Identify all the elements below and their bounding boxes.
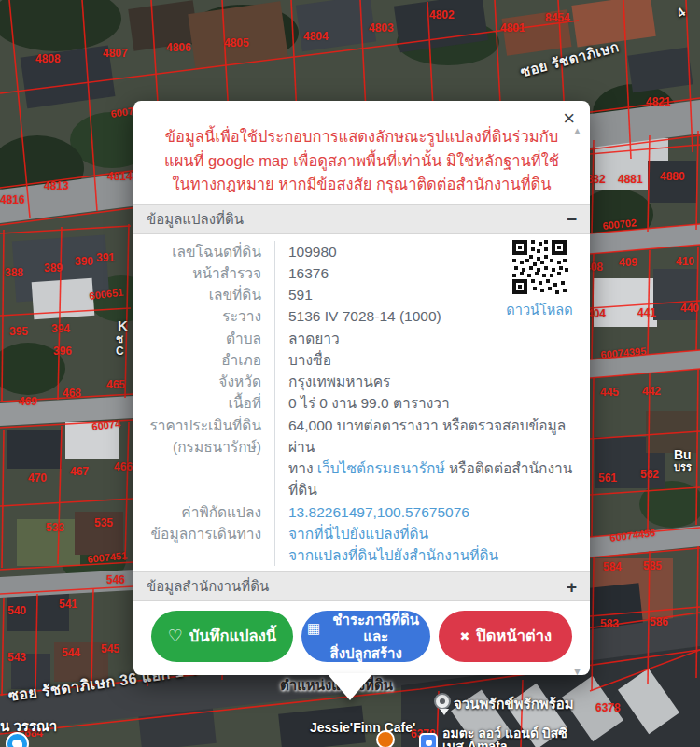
field-label: ราคาประเมินที่ดิน (กรมธนารักษ์) bbox=[133, 415, 275, 501]
value-text: กรุงเทพมหานคร bbox=[288, 374, 390, 389]
section-title: ข้อมูลแปลงที่ดิน bbox=[147, 208, 244, 231]
qr-block: ดาวน์โหลด bbox=[506, 238, 573, 320]
table-row: ราคาประเมินที่ดิน (กรมธนารักษ์)64,000 บา… bbox=[133, 415, 590, 501]
popup-actions: ♡บันทึกแปลงนี้ ▦ชำระภาษีที่ดินและ สิ่งปล… bbox=[133, 601, 590, 668]
field-label: อำเภอ bbox=[133, 349, 275, 371]
close-x-icon: ✖ bbox=[459, 629, 469, 644]
bird-icon bbox=[12, 740, 22, 747]
field-value: 13.82261497,100.57675076 bbox=[275, 501, 590, 523]
value-link[interactable]: จากแปลงที่ดินไปยังสำนักงานที่ดิน bbox=[288, 547, 498, 563]
field-label: เลขที่ดิน bbox=[133, 284, 275, 305]
field-label: หน้าสำรวจ bbox=[133, 262, 275, 284]
parcel-info-popup: × ▲ ▼ ข้อมูลนี้เพื่อใช้ประกอบการแสดงลักษ… bbox=[133, 101, 590, 675]
table-row: เนื้อที่0 ไร่ 0 งาน 99.0 ตารางวา bbox=[133, 392, 590, 414]
section-parcel-info-header[interactable]: ข้อมูลแปลงที่ดิน − bbox=[133, 204, 590, 234]
field-value: ลาดยาว bbox=[275, 328, 590, 349]
table-row: อำเภอบางซื่อ bbox=[133, 349, 590, 371]
value-link[interactable]: 13.82261497,100.57675076 bbox=[288, 504, 469, 520]
field-label: เลขโฉนดที่ดิน bbox=[133, 241, 275, 262]
field-value: 0 ไร่ 0 งาน 99.0 ตารางวา bbox=[275, 392, 590, 414]
expand-icon[interactable]: + bbox=[567, 578, 577, 596]
table-row: ตำบลลาดยาว bbox=[133, 328, 590, 349]
restaurant-poi-pin-icon[interactable] bbox=[434, 693, 451, 710]
value-text: 5136 IV 7028-14 (1000) bbox=[288, 308, 441, 324]
grid-icon: ▦ bbox=[307, 620, 320, 637]
value-link[interactable]: เว็บไซต์กรมธนารักษ์ bbox=[317, 460, 445, 476]
field-label: ค่าพิกัดแปลง bbox=[133, 501, 275, 523]
scroll-down-icon[interactable]: ▼ bbox=[572, 666, 582, 677]
field-value: 64,000 บาทต่อตารางวา หรือตรวจสอบข้อมูลผ่… bbox=[275, 415, 590, 501]
scroll-up-icon[interactable]: ▲ bbox=[572, 125, 582, 136]
disclaimer-text: ข้อมูลนี้เพื่อใช้ประกอบการแสดงลักษณะรูปแ… bbox=[158, 125, 566, 197]
value-text: 64,000 บาทต่อตารางวา หรือตรวจสอบข้อมูลผ่… bbox=[288, 417, 566, 455]
field-value: บางซื่อ bbox=[275, 349, 590, 371]
save-parcel-button[interactable]: ♡บันทึกแปลงนี้ bbox=[151, 611, 293, 662]
value-text: บางซื่อ bbox=[288, 352, 331, 368]
cafe-poi-icon[interactable] bbox=[376, 730, 395, 747]
value-text: 591 bbox=[288, 287, 313, 303]
section-land-office-header[interactable]: ข้อมูลสำนักงานที่ดิน + bbox=[133, 571, 590, 601]
value-text: ทาง bbox=[288, 460, 317, 476]
poi-dot-icon bbox=[440, 698, 445, 704]
value-text: 109980 bbox=[288, 244, 337, 260]
field-label: ข้อมูลการเดินทาง bbox=[133, 523, 275, 567]
popup-tail bbox=[327, 673, 373, 700]
section-title: ข้อมูลสำนักงานที่ดิน bbox=[147, 575, 269, 598]
business-poi-icon[interactable] bbox=[419, 733, 438, 747]
field-label: ตำบล bbox=[133, 328, 275, 349]
pay-tax-button[interactable]: ▦ชำระภาษีที่ดินและ สิ่งปลูกสร้าง bbox=[301, 611, 430, 662]
field-label: จังหวัด bbox=[133, 371, 275, 392]
close-window-button[interactable]: ✖ปิดหน้าต่าง bbox=[439, 611, 572, 662]
field-label: เนื้อที่ bbox=[133, 392, 275, 414]
qr-code bbox=[511, 238, 568, 296]
field-value: กรุงเทพมหานคร bbox=[275, 371, 590, 392]
table-row: ข้อมูลการเดินทางจากที่นี่ไปยังแปลงที่ดิน… bbox=[133, 523, 590, 567]
qr-download-link[interactable]: ดาวน์โหลด bbox=[506, 299, 572, 320]
heart-icon: ♡ bbox=[168, 627, 183, 647]
value-text: ลาดยาว bbox=[288, 331, 340, 346]
field-label: ระวาง bbox=[133, 305, 275, 327]
value-text: 16376 bbox=[288, 265, 329, 281]
table-row: ค่าพิกัดแปลง13.82261497,100.57675076 bbox=[133, 501, 590, 523]
value-link[interactable]: จากที่นี่ไปยังแปลงที่ดิน bbox=[288, 526, 428, 542]
field-value: จากที่นี่ไปยังแปลงที่ดินจากแปลงที่ดินไปย… bbox=[275, 523, 590, 567]
value-text: 0 ไร่ 0 งาน 99.0 ตารางวา bbox=[288, 395, 450, 411]
collapse-icon[interactable]: − bbox=[567, 210, 577, 228]
app-window: 4808480748064805480448034802480184544821… bbox=[0, 0, 700, 747]
poi-dot-icon bbox=[426, 740, 432, 746]
table-row: จังหวัดกรุงเทพมหานคร bbox=[133, 371, 590, 392]
